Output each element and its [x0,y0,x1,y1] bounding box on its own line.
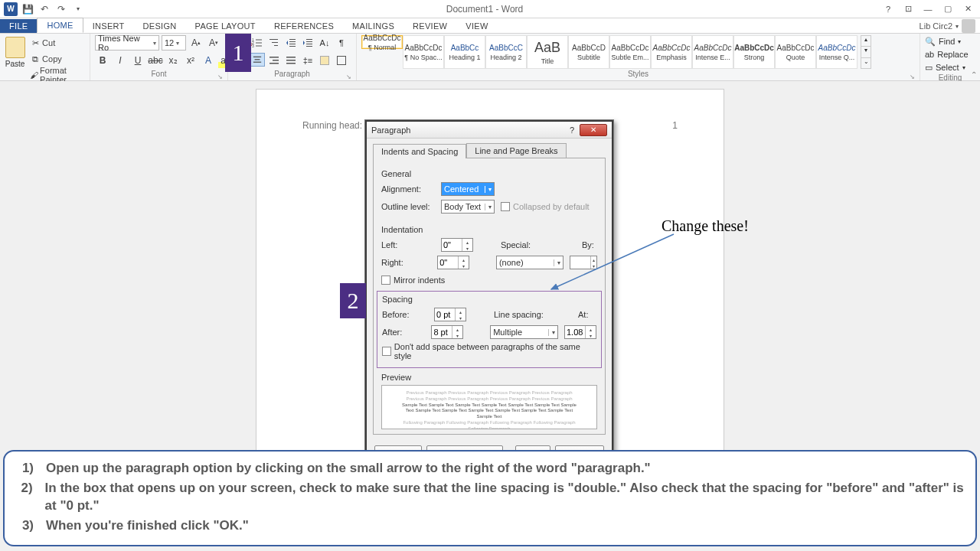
dialog-help-icon[interactable]: ? [564,126,580,135]
styles-label: Styles [628,70,648,78]
mirror-indents-checkbox[interactable]: Mirror indents [381,276,445,285]
tab-review[interactable]: REVIEW [403,19,456,33]
user-avatar-icon[interactable] [962,19,975,33]
line-spacing-select[interactable]: Multiple▾ [490,325,558,339]
collapse-ribbon-icon[interactable]: ⌃ [971,70,977,79]
minimize-icon[interactable]: — [920,3,936,15]
close-icon[interactable]: ✕ [960,3,975,15]
redo-icon[interactable]: ↷ [54,2,69,17]
text-effects-icon[interactable]: A [201,53,216,68]
dec-indent-icon[interactable] [283,35,299,51]
style-tile-9[interactable]: AaBbCcDcStrong [733,35,775,69]
style-tile-10[interactable]: AaBbCcDcQuote [775,35,816,69]
dialog-titlebar[interactable]: Paragraph ? ✕ [367,122,612,139]
svg-rect-21 [306,44,312,44]
tab-file[interactable]: FILE [0,19,37,33]
svg-rect-17 [289,44,296,44]
right-indent-spin[interactable]: ▴▾ [437,256,469,269]
styles-more-icon[interactable]: ⌄ [861,57,871,68]
save-icon[interactable]: 💾 [20,2,35,17]
italic-button[interactable]: I [113,53,128,68]
by-spin[interactable]: ▴▾ [570,256,597,269]
style-tile-11[interactable]: AaBbCcDcIntense Q... [816,35,858,69]
style-tile-4[interactable]: AaBTitle [527,35,568,69]
tab-references[interactable]: REFERENCES [265,19,343,33]
tab-indents-spacing[interactable]: Indents and Spacing [373,144,466,158]
grow-font-icon[interactable]: A▴ [188,35,204,51]
select-button[interactable]: ▭Select▾ [925,61,969,73]
tab-line-breaks[interactable]: Line and Page Breaks [466,143,566,158]
tab-mailings[interactable]: MAILINGS [343,19,403,33]
tab-view[interactable]: VIEW [456,19,497,33]
after-label: After: [382,328,425,337]
instruction-2: In the box that opens up on your screen,… [45,480,965,515]
underline-button[interactable]: U [130,53,145,68]
styles-gallery[interactable]: AaBbCcDc¶ NormalAaBbCcDc¶ No Spac...AaBb… [361,35,858,69]
after-spin[interactable]: ▴▾ [431,325,463,339]
qat-customize-icon[interactable]: ▾ [70,2,86,17]
outline-select[interactable]: Body Text▾ [441,200,495,214]
tab-insert[interactable]: INSERT [83,19,134,33]
font-size-combo[interactable]: 12▾ [162,35,186,51]
document-title: Document1 - Word [89,4,880,15]
ribbon: Paste ✂Cut ⧉Copy 🖌Format Painter Clipboa… [0,34,980,81]
borders-icon[interactable] [334,53,349,68]
user-name[interactable]: Lib Circ2 [920,21,952,31]
tab-home[interactable]: HOME [37,18,83,33]
superscript-button[interactable]: x² [183,53,198,68]
tab-page-layout[interactable]: PAGE LAYOUT [186,19,265,33]
show-marks-icon[interactable]: ¶ [334,35,349,51]
inc-indent-icon[interactable] [300,35,315,51]
replace-button[interactable]: abReplace [925,48,969,60]
style-tile-8[interactable]: AaBbCcDcIntense E... [692,35,733,69]
copy-icon: ⧉ [30,54,41,64]
section-indentation: Indentation [381,225,597,234]
chevron-down-icon[interactable]: ▾ [861,46,871,57]
align-right-icon[interactable] [266,53,282,68]
line-spacing-icon[interactable]: ‡≡ [300,53,315,68]
style-tile-6[interactable]: AaBbCcDcSubtle Em... [609,35,651,69]
chevron-up-icon[interactable]: ▴ [861,36,871,46]
ribbon-options-icon[interactable]: ⊡ [900,3,916,15]
callout-badge-1: 1 [225,34,251,72]
alignment-select[interactable]: Centered▾ [441,182,495,196]
tab-design[interactable]: DESIGN [134,19,186,33]
style-tile-5[interactable]: AaBbCcDSubtitle [568,35,609,69]
numbering-icon[interactable]: 123 [250,35,265,51]
style-tile-0[interactable]: AaBbCcDc¶ Normal [361,35,403,49]
undo-icon[interactable]: ↶ [37,2,52,17]
paragraph-launcher-icon[interactable]: ↘ [346,73,351,80]
style-tile-1[interactable]: AaBbCcDc¶ No Spac... [403,35,444,69]
styles-scroll[interactable]: ▴ ▾ ⌄ [861,35,871,69]
multilevel-icon[interactable] [266,35,282,51]
sort-icon[interactable]: A↓ [317,35,332,51]
strike-button[interactable]: abc [148,53,163,68]
paste-button[interactable]: Paste [5,35,25,68]
shading-icon[interactable] [317,53,332,68]
format-painter-button[interactable]: 🖌Format Painter [28,67,85,83]
dialog-close-icon[interactable]: ✕ [580,124,607,136]
find-button[interactable]: 🔍Find▾ [925,35,969,47]
style-tile-3[interactable]: AaBbCcCHeading 2 [485,35,527,69]
cut-button[interactable]: ✂Cut [28,35,85,51]
line-spacing-label: Line spacing: [494,310,549,319]
subscript-button[interactable]: x₂ [165,53,181,68]
justify-icon[interactable] [283,53,299,68]
style-tile-2[interactable]: AaBbCcHeading 1 [444,35,485,69]
font-name-combo[interactable]: Times New Ro▾ [95,35,159,51]
style-tile-7[interactable]: AaBbCcDcEmphasis [651,35,692,69]
dont-add-space-checkbox[interactable]: Don't add space between paragraphs of th… [382,342,596,360]
help-icon[interactable]: ? [880,3,896,15]
align-center-icon[interactable] [250,53,265,67]
shrink-font-icon[interactable]: A▾ [206,35,221,51]
svg-rect-13 [272,42,278,43]
left-indent-spin[interactable]: ▴▾ [441,238,473,252]
before-spin[interactable]: ▴▾ [434,308,466,321]
at-spin[interactable]: ▴▾ [564,325,596,339]
font-launcher-icon[interactable]: ↘ [217,73,223,80]
maximize-icon[interactable]: ▢ [940,3,956,15]
special-select[interactable]: (none)▾ [496,256,564,269]
bold-button[interactable]: B [95,53,110,68]
styles-launcher-icon[interactable]: ↘ [910,73,915,80]
copy-button[interactable]: ⧉Copy [28,51,85,67]
